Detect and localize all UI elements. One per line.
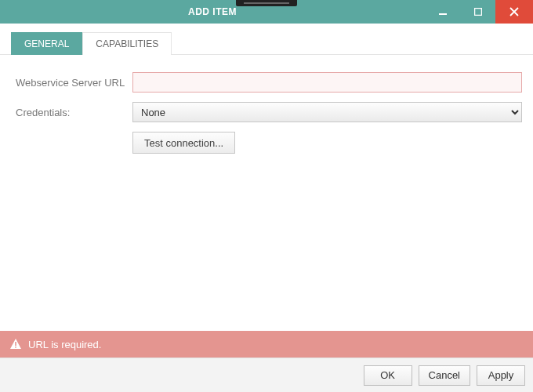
credentials-select[interactable]: None: [132, 102, 522, 122]
row-test: Test connection...: [11, 132, 522, 154]
tab-general[interactable]: GENERAL: [11, 32, 82, 55]
tab-bar: GENERAL CAPABILITIES: [0, 24, 533, 55]
error-bar: URL is required.: [0, 331, 533, 358]
label-url: Webservice Server URL: [11, 77, 132, 89]
svg-rect-3: [15, 347, 16, 348]
apply-button[interactable]: Apply: [477, 365, 525, 386]
close-icon: [509, 7, 519, 16]
maximize-icon: [474, 8, 482, 16]
content-area: GENERAL CAPABILITIES Webservice Server U…: [0, 24, 533, 331]
error-message: URL is required.: [28, 339, 101, 350]
label-credentials: Credentials:: [11, 107, 132, 118]
title-bar: ADD ITEM: [0, 0, 533, 24]
warning-icon: [9, 338, 22, 350]
svg-rect-0: [439, 13, 447, 15]
row-url: Webservice Server URL: [11, 72, 522, 93]
minimize-icon: [439, 8, 447, 16]
tab-capabilities[interactable]: CAPABILITIES: [82, 32, 172, 55]
ok-button[interactable]: OK: [364, 365, 412, 386]
test-connection-button[interactable]: Test connection...: [132, 132, 235, 154]
svg-rect-2: [15, 342, 16, 346]
svg-rect-1: [474, 9, 481, 16]
window-buttons: [425, 0, 533, 24]
row-credentials: Credentials: None: [11, 102, 522, 122]
form-general: Webservice Server URL Credentials: None …: [0, 55, 533, 171]
close-button[interactable]: [495, 0, 533, 24]
webservice-url-input[interactable]: [132, 72, 522, 93]
window-title: ADD ITEM: [0, 0, 425, 24]
maximize-button[interactable]: [460, 0, 495, 24]
cancel-button[interactable]: Cancel: [419, 365, 470, 386]
minimize-button[interactable]: [425, 0, 460, 24]
dialog-footer: OK Cancel Apply: [0, 358, 533, 392]
window-drag-handle[interactable]: [236, 0, 297, 6]
